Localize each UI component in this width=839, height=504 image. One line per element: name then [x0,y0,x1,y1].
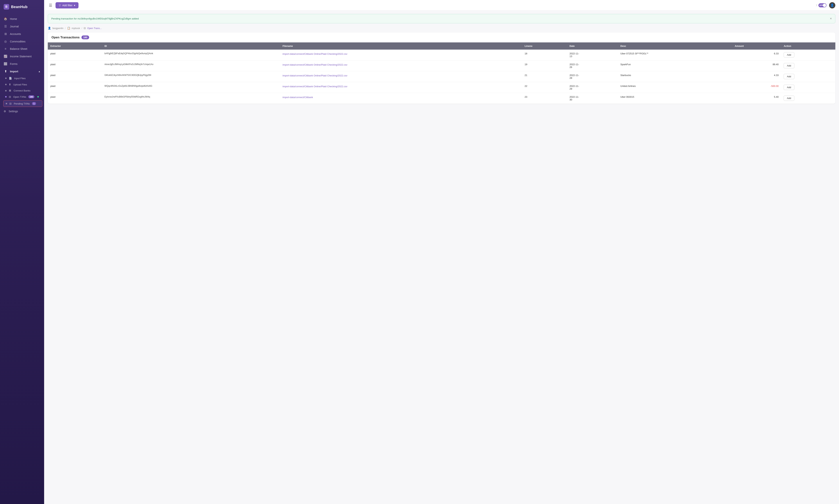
cell-desc: Uber 072515 SF**POOL** [618,50,732,60]
sidebar-item-label: Accounts [10,33,21,35]
sidebar: B BeanHub 🏠 Home ☰ Journal ⊞ Accounts ◎ … [0,0,44,504]
sidebar-item-label: Journal [10,25,19,28]
col-id: ID [102,42,280,50]
notification-close-button[interactable]: × [830,17,832,21]
sidebar-item-pending-txns[interactable]: ⊟ Pending TXNs 1 [3,100,42,107]
topbar-right: ☽ OFF 👤 [815,2,835,8]
balance-sheet-icon: ≡ [4,47,7,51]
col-amount: Amount [732,42,781,50]
journal-icon: ☰ [4,24,7,28]
breadcrumb-user[interactable]: fangpenlin [52,27,64,30]
cell-desc: United Airlines [618,82,732,93]
toggle-switch[interactable]: OFF [818,3,826,7]
sidebar-item-journal[interactable]: ☰ Journal [0,23,44,30]
sub-item-label: Upload Files [13,83,27,86]
sidebar-item-settings[interactable]: ⚙ Settings [0,107,44,115]
open-txns-icon: ⊟ [9,95,11,98]
txns-icon: ⊟ [84,26,86,30]
dark-mode-toggle[interactable]: ☽ OFF [815,3,826,7]
sidebar-item-commodities[interactable]: ◎ Commodities [0,38,44,45]
import-label: Import [10,70,18,73]
add-button[interactable]: Add [784,85,794,90]
sub-item-label: Open TXNs [13,95,26,98]
bullet-icon [5,77,6,79]
cell-filename: import-data/connect/Citibank Online/Plai… [280,82,522,93]
sidebar-item-accounts[interactable]: ⊞ Accounts [0,30,44,38]
sidebar-nav: 🏠 Home ☰ Journal ⊞ Accounts ◎ Commoditie… [0,14,44,504]
cell-extractor: plaid [48,82,102,93]
filename-link[interactable]: import-data/connect/Citibank [282,95,520,99]
cell-amount: 6.33 [732,50,781,60]
cell-date: 2022-11-26 [567,60,618,71]
sub-item-label: Pending TXNs [14,102,30,105]
bullet-icon [6,103,7,104]
table-row: plaid nkxwJgEvJMHxyLpG8kKPuGJJMNq3n7cAqw… [48,60,835,71]
filename-link[interactable]: import-data/connect/Citibank Online/Plai… [282,85,520,88]
breadcrumb-sep2: / [82,27,82,30]
accounts-icon: ⊞ [4,32,7,36]
home-icon: 🏠 [4,17,7,21]
sidebar-item-label: Home [10,17,17,20]
cell-filename: import-data/connect/Citibank Online/Plai… [280,60,522,71]
pending-txns-badge: 1 [32,102,36,105]
sidebar-item-home[interactable]: 🏠 Home [0,15,44,23]
hamburger-icon[interactable]: ☰ [48,2,53,8]
table-body: plaid bAPgjNEZj6FaEdqGQP4lsx33gAbQw9umpQ… [48,50,835,104]
sidebar-item-label: Income Statement [10,55,32,58]
add-button[interactable]: Add [784,74,794,79]
bullet-icon [5,96,6,97]
connect-banks-icon: 🏛 [9,89,12,92]
col-extractor: Extractor [48,42,102,50]
cell-desc: Starbucks [618,71,732,82]
cell-date: 2022-11-13 [567,50,618,60]
add-button[interactable]: Add [784,52,794,57]
sidebar-item-balance-sheet[interactable]: ≡ Balance Sheet [0,45,44,53]
sidebar-item-income-statement[interactable]: 📈 Income Statement [0,53,44,60]
table-row: plaid bAPgjNEZj6FaEdqGQP4lsx33gAbQw9umpQ… [48,50,835,60]
cell-date: 2022-11-30 [567,93,618,104]
cell-filename: import-data/connect/Citibank [280,93,522,104]
cell-amount: -500.00 [732,82,781,93]
commodities-icon: ◎ [4,40,7,43]
add-button[interactable]: Add [784,95,794,101]
open-txns-badge: 180 [28,95,34,98]
cell-date: 2022-11-29 [567,82,618,93]
cell-extractor: plaid [48,50,102,60]
app-logo[interactable]: B BeanHub [0,0,44,14]
sidebar-item-connect-banks[interactable]: 🏛 Connect Banks [0,88,44,94]
cell-lineno: 18 [522,50,567,60]
cell-id: EylvroeJrwFKxB6kGP5bhy559dRDzgf4nJW4q [102,93,280,104]
moon-icon: ☽ [815,4,817,6]
cell-lineno: 23 [522,93,567,104]
cell-extractor: plaid [48,93,102,104]
sidebar-item-input-files[interactable]: 📄 Input Files [0,75,44,82]
toggle-knob [823,4,826,7]
cell-desc: SparkFun [618,60,732,71]
sidebar-item-open-txns[interactable]: ⊟ Open TXNs 180 [0,94,44,100]
sidebar-item-forms[interactable]: ⬜ Forms [0,60,44,68]
cell-lineno: 19 [522,60,567,71]
sub-item-label: Connect Banks [14,89,31,92]
user-avatar[interactable]: 👤 [829,2,835,8]
filename-link[interactable]: import-data/connect/Citibank Online/Plai… [282,63,520,67]
sidebar-item-upload-files[interactable]: ⬆ Upload Files [0,82,44,88]
cell-id: WQqz4lN34LcGxZpk6L5BhBNNga9vqwi6zKe6G [102,82,280,93]
add-button[interactable]: Add [784,63,794,68]
col-lineno: Lineno [522,42,567,50]
table-row: plaid WQqz4lN34LcGxZpk6L5BhBNNga9vqwi6zK… [48,82,835,93]
cell-desc: Uber 063015 [618,93,732,104]
main-content: ☰ ▽ Add filter ▾ ☽ OFF 👤 Pending tran [44,0,839,504]
app-name: BeanHub [11,5,28,9]
add-filter-button[interactable]: ▽ Add filter ▾ [55,2,78,8]
transactions-table-card: Open Transactions 180 Extractor ID Filen… [48,33,835,104]
col-desc: Desc [618,42,732,50]
filter-label: Add filter [62,4,72,7]
breadcrumb-book[interactable]: mybook [72,27,80,30]
import-icon: ⬆ [4,70,7,73]
sidebar-import-header[interactable]: ⬆ Import ▲ [0,68,44,75]
filename-link[interactable]: import-data/connect/Citibank Online/Plai… [282,74,520,77]
cell-amount: 4.33 [732,71,781,82]
breadcrumb-sep1: / [65,27,66,30]
table-row: plaid GlKok8ZJkycN9nAKM75XC8DDZjBJpyF6gy… [48,71,835,82]
filename-link[interactable]: import-data/connect/Citibank Online/Plai… [282,52,520,56]
